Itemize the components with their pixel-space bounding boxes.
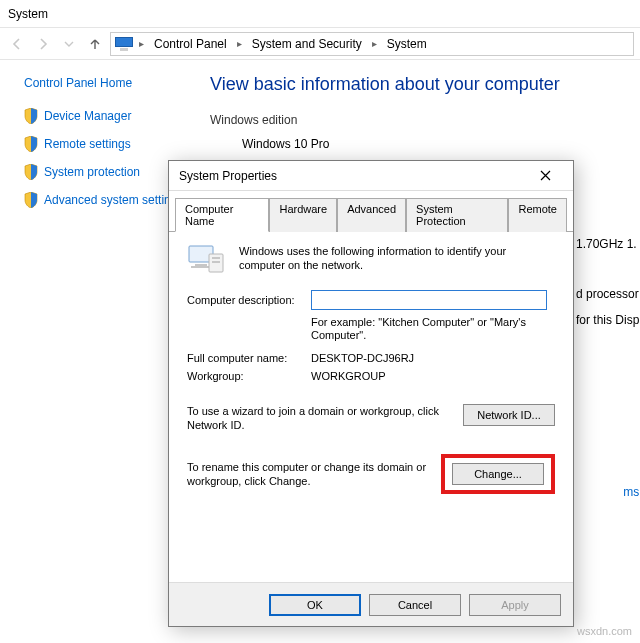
chevron-right-icon: ▸ (135, 38, 148, 49)
cancel-button[interactable]: Cancel (369, 594, 461, 616)
sidebar-item-device-manager[interactable]: Device Manager (24, 108, 194, 124)
breadcrumb[interactable]: ▸ Control Panel ▸ System and Security ▸ … (110, 32, 634, 56)
network-id-button[interactable]: Network ID... (463, 404, 555, 426)
svg-rect-2 (191, 266, 211, 268)
sidebar-item-label: System protection (44, 165, 140, 179)
dialog-title: System Properties (179, 169, 277, 183)
apply-button[interactable]: Apply (469, 594, 561, 616)
tab-system-protection[interactable]: System Protection (406, 198, 508, 232)
sidebar-item-label: Device Manager (44, 109, 131, 123)
close-icon (540, 170, 551, 181)
shield-icon (24, 108, 38, 124)
svg-rect-4 (212, 257, 220, 259)
partially-visible-info: 1.70GHz 1. d processor for this Disp ms (576, 226, 639, 502)
proc-fragment: d processor (576, 284, 639, 304)
page-heading: View basic information about your comput… (210, 74, 640, 95)
shield-icon (24, 192, 38, 208)
dialog-footer: OK Cancel Apply (169, 582, 573, 626)
sidebar-item-label: Advanced system settings (44, 193, 183, 207)
full-name-label: Full computer name: (187, 352, 311, 364)
tab-remote[interactable]: Remote (508, 198, 567, 232)
forward-arrow-icon[interactable] (32, 33, 54, 55)
description-label: Computer description: (187, 294, 311, 306)
edition-section-label: Windows edition (210, 113, 640, 127)
computer-icon (187, 244, 225, 276)
monitor-icon (115, 37, 133, 51)
workgroup-label: Workgroup: (187, 370, 311, 382)
tab-hardware[interactable]: Hardware (269, 198, 337, 232)
cpu-fragment: 1.70GHz 1. (576, 234, 639, 254)
intro-text: Windows uses the following information t… (239, 244, 555, 276)
ms-link-fragment[interactable]: ms (576, 482, 639, 502)
disp-fragment: for this Disp (576, 310, 639, 330)
breadcrumb-leaf[interactable]: System (383, 35, 431, 53)
up-arrow-icon[interactable] (84, 33, 106, 55)
nav-row: ▸ Control Panel ▸ System and Security ▸ … (0, 28, 640, 60)
annotation-highlight: Change... (441, 454, 555, 494)
ok-button[interactable]: OK (269, 594, 361, 616)
sidebar-item-remote-settings[interactable]: Remote settings (24, 136, 194, 152)
svg-rect-5 (212, 261, 220, 263)
workgroup-value: WORKGROUP (311, 370, 555, 382)
description-example: For example: "Kitchen Computer" or "Mary… (311, 316, 547, 342)
chevron-right-icon: ▸ (368, 38, 381, 49)
shield-icon (24, 136, 38, 152)
tab-advanced[interactable]: Advanced (337, 198, 406, 232)
svg-rect-1 (195, 264, 207, 266)
system-properties-dialog: System Properties Computer Name Hardware… (168, 160, 574, 627)
dialog-titlebar[interactable]: System Properties (169, 161, 573, 191)
sidebar-home-link[interactable]: Control Panel Home (24, 76, 194, 90)
shield-icon (24, 164, 38, 180)
dialog-body: Windows uses the following information t… (169, 232, 573, 582)
tab-strip: Computer Name Hardware Advanced System P… (169, 191, 573, 232)
close-button[interactable] (525, 164, 565, 188)
tab-computer-name[interactable]: Computer Name (175, 198, 269, 232)
description-input[interactable] (311, 290, 547, 310)
window-titlebar: System (0, 0, 640, 28)
recent-dropdown-icon[interactable] (58, 33, 80, 55)
watermark: wsxdn.com (577, 625, 632, 637)
breadcrumb-mid[interactable]: System and Security (248, 35, 366, 53)
chevron-right-icon: ▸ (233, 38, 246, 49)
change-text: To rename this computer or change its do… (187, 460, 429, 488)
network-id-text: To use a wizard to join a domain or work… (187, 404, 451, 432)
sidebar-item-label: Remote settings (44, 137, 131, 151)
breadcrumb-root[interactable]: Control Panel (150, 35, 231, 53)
window-title: System (8, 7, 48, 21)
back-arrow-icon[interactable] (6, 33, 28, 55)
edition-value: Windows 10 Pro (210, 137, 640, 151)
full-name-value: DESKTOP-DCJ96RJ (311, 352, 555, 364)
change-button[interactable]: Change... (452, 463, 544, 485)
